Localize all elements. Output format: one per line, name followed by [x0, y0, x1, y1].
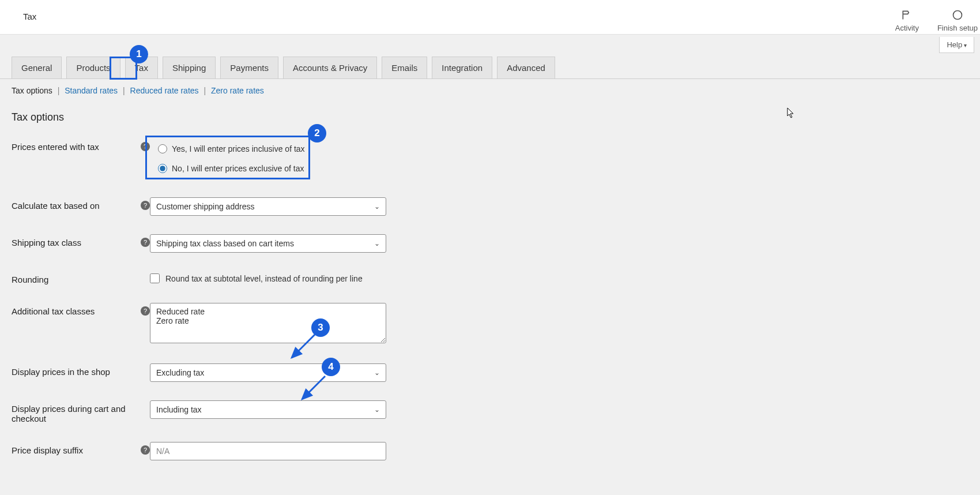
label-display-shop: Display prices in the shop — [12, 367, 110, 377]
main-area: Help General Products Tax Shipping Payme… — [0, 35, 980, 495]
row-shipping-tax-class: Shipping tax class ? Shipping tax class … — [12, 234, 980, 253]
radio-prices-exclusive[interactable]: No, I will enter prices exclusive of tax — [158, 164, 305, 173]
subnav-sep: | — [203, 86, 206, 95]
tab-integration[interactable]: Integration — [432, 57, 492, 78]
activity-label: Activity — [895, 24, 919, 32]
row-additional-tax-classes: Additional tax classes ? — [12, 303, 980, 345]
select-display-shop[interactable]: Excluding tax ⌄ — [150, 363, 386, 382]
activity-button[interactable]: Activity — [895, 9, 919, 32]
select-display-cart[interactable]: Including tax ⌄ — [150, 400, 386, 419]
help-icon[interactable]: ? — [141, 445, 150, 455]
chevron-down-icon: ⌄ — [374, 202, 380, 211]
row-calc-tax: Calculate tax based on ? Customer shippi… — [12, 197, 980, 216]
radio-prices-inclusive[interactable]: Yes, I will enter prices inclusive of ta… — [158, 144, 305, 153]
label-additional-classes: Additional tax classes — [12, 306, 95, 316]
checkbox-rounding[interactable]: Round tax at subtotal level, instead of … — [150, 271, 363, 283]
top-header: Tax Activity Finish setup — [0, 0, 980, 35]
annotation-arrow-3 — [287, 332, 322, 361]
chevron-down-icon: ⌄ — [374, 406, 380, 414]
help-icon[interactable]: ? — [141, 142, 150, 151]
radio-input-inclusive[interactable] — [158, 144, 167, 153]
annotation-badge-4: 4 — [322, 358, 340, 376]
label-calc-tax: Calculate tax based on — [12, 201, 100, 211]
tax-subnav: Tax options | Standard rates | Reduced r… — [0, 79, 980, 95]
tab-payments[interactable]: Payments — [220, 57, 278, 78]
annotation-arrow-4 — [297, 374, 332, 403]
tab-shipping[interactable]: Shipping — [163, 57, 216, 78]
help-button[interactable]: Help — [939, 37, 974, 53]
svg-line-1 — [292, 335, 315, 358]
row-display-cart: Display prices during cart and checkout … — [12, 400, 980, 423]
circle-icon — [952, 9, 963, 22]
tax-options-form: Prices entered with tax ? Yes, I will en… — [12, 138, 980, 460]
row-prices-with-tax: Prices entered with tax ? Yes, I will en… — [12, 138, 980, 179]
tab-products[interactable]: Products — [66, 57, 120, 78]
subnav-sep: | — [123, 86, 125, 95]
label-rounding: Rounding — [12, 275, 48, 284]
chevron-down-icon: ⌄ — [374, 369, 380, 377]
subnav-zero-rate-rates[interactable]: Zero rate rates — [211, 86, 264, 95]
select-shipping-tax-class-value: Shipping tax class based on cart items — [156, 239, 294, 248]
select-calc-tax[interactable]: Customer shipping address ⌄ — [150, 197, 386, 216]
label-prices-with-tax: Prices entered with tax — [12, 142, 99, 152]
select-shipping-tax-class[interactable]: Shipping tax class based on cart items ⌄ — [150, 234, 386, 253]
help-icon[interactable]: ? — [141, 201, 150, 210]
help-icon[interactable]: ? — [141, 238, 150, 247]
radio-label-inclusive: Yes, I will enter prices inclusive of ta… — [172, 144, 305, 153]
chevron-down-icon: ⌄ — [374, 239, 380, 247]
checkbox-label-rounding: Round tax at subtotal level, instead of … — [165, 274, 363, 283]
checkbox-input-rounding[interactable] — [150, 273, 160, 283]
finish-setup-label: Finish setup — [937, 24, 978, 32]
subnav-tax-options[interactable]: Tax options — [12, 86, 52, 95]
help-icon[interactable]: ? — [141, 306, 150, 316]
finish-setup-button[interactable]: Finish setup — [937, 9, 978, 32]
section-heading: Tax options — [0, 95, 980, 123]
page-title: Tax — [23, 9, 36, 21]
header-actions: Activity Finish setup — [895, 9, 978, 32]
prices-with-tax-radio-group: Yes, I will enter prices inclusive of ta… — [150, 138, 313, 179]
flag-icon — [901, 9, 913, 22]
tab-emails[interactable]: Emails — [382, 57, 427, 78]
select-calc-tax-value: Customer shipping address — [156, 202, 254, 211]
svg-point-0 — [953, 11, 962, 20]
textarea-additional-classes[interactable] — [150, 303, 386, 343]
radio-input-exclusive[interactable] — [158, 164, 167, 173]
subnav-reduced-rate-rates[interactable]: Reduced rate rates — [130, 86, 199, 95]
tab-advanced[interactable]: Advanced — [497, 57, 555, 78]
cursor-icon — [787, 107, 795, 119]
subnav-standard-rates[interactable]: Standard rates — [65, 86, 118, 95]
annotation-badge-3: 3 — [311, 318, 330, 337]
radio-label-exclusive: No, I will enter prices exclusive of tax — [172, 164, 304, 173]
row-rounding: Rounding Round tax at subtotal level, in… — [12, 271, 980, 284]
subnav-sep: | — [58, 86, 60, 95]
help-wrap: Help — [939, 37, 974, 53]
label-suffix: Price display suffix — [12, 445, 83, 455]
label-display-cart: Display prices during cart and checkout — [12, 404, 150, 423]
row-display-shop: Display prices in the shop Excluding tax… — [12, 363, 980, 382]
tab-accounts-privacy[interactable]: Accounts & Privacy — [283, 57, 377, 78]
label-shipping-tax-class: Shipping tax class — [12, 238, 81, 247]
annotation-badge-2: 2 — [308, 124, 326, 142]
input-price-suffix[interactable] — [150, 442, 386, 460]
svg-line-2 — [302, 376, 325, 399]
select-display-cart-value: Including tax — [156, 405, 202, 414]
select-display-shop-value: Excluding tax — [156, 368, 204, 377]
row-price-display-suffix: Price display suffix ? — [12, 442, 980, 460]
annotation-badge-1: 1 — [130, 45, 148, 63]
tab-general[interactable]: General — [12, 57, 62, 78]
